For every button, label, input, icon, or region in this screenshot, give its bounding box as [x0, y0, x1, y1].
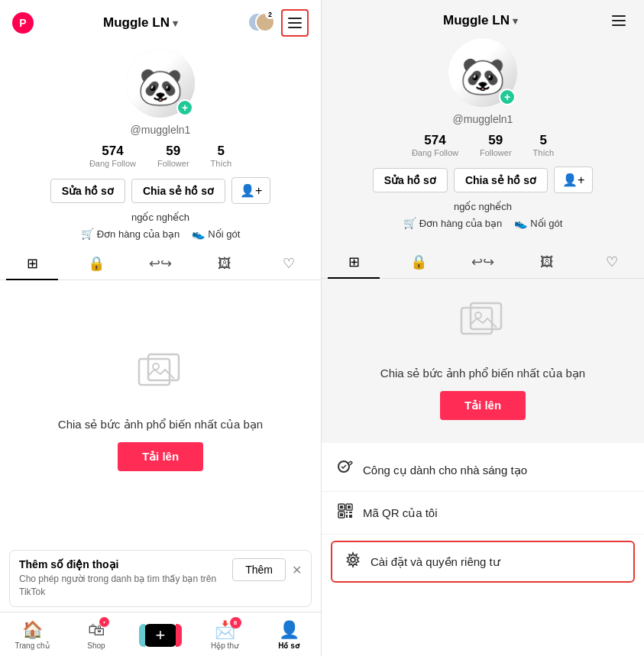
- profile-links: 🛒 Đơn hàng của bạn 👟 Nối gót: [81, 228, 241, 240]
- likes-label: Thích: [211, 159, 232, 168]
- right-upload-button[interactable]: Tải lên: [440, 391, 526, 420]
- menu-lines-icon: [288, 18, 302, 28]
- orders-link[interactable]: 🛒 Đơn hàng của bạn: [81, 228, 180, 240]
- right-profile-avatar: 🐼 +: [448, 38, 517, 107]
- svg-rect-12: [340, 513, 343, 516]
- right-profile-stats: 574 Đang Follow 59 Follower 5 Thích: [412, 133, 554, 157]
- phone-card-text: Thêm số điện thoại Cho phép người trong …: [19, 558, 226, 599]
- right-avatar-emoji: 🐼: [460, 58, 506, 95]
- nav-home[interactable]: 🏠 Trang chủ: [0, 617, 64, 653]
- upload-button[interactable]: Tải lên: [118, 442, 203, 471]
- profile-avatar: 🐼 +: [126, 49, 195, 118]
- shop-icon: 🛍 •: [88, 620, 105, 640]
- right-likes-count: 5: [540, 133, 547, 148]
- right-edit-profile-button[interactable]: Sửa hồ sơ: [373, 168, 448, 192]
- svg-rect-15: [346, 515, 348, 518]
- svg-point-2: [153, 364, 159, 370]
- right-orders-icon: 🛒: [403, 217, 416, 229]
- add-friend-button[interactable]: 👤+: [231, 177, 270, 204]
- close-card-button[interactable]: ✕: [292, 563, 302, 577]
- svg-rect-16: [349, 515, 352, 518]
- plus-icon: +: [156, 625, 166, 645]
- tab-gallery[interactable]: 🖼: [193, 247, 257, 280]
- svg-point-5: [475, 312, 481, 318]
- nav-inbox[interactable]: 📩 8 Hộp thư: [193, 617, 257, 653]
- qr-icon: [337, 503, 354, 523]
- right-tab-heart[interactable]: ♡: [580, 246, 644, 278]
- nav-home-label: Trang chủ: [15, 641, 49, 650]
- phone-card-desc: Cho phép người trong danh bạ tìm thấy bạ…: [19, 573, 226, 599]
- following-label: Đang Follow: [89, 159, 136, 168]
- right-profile-links: 🛒 Đơn hàng của bạn 👟 Nối gót: [403, 217, 563, 229]
- right-stat-likes[interactable]: 5 Thích: [533, 133, 555, 157]
- right-noi-got-link[interactable]: 👟 Nối gót: [514, 217, 562, 229]
- right-empty-state: Chia sẻ bức ảnh phổ biến nhất của bạn Tả…: [322, 279, 644, 443]
- svg-point-17: [351, 557, 355, 562]
- home-icon: 🏠: [22, 620, 43, 640]
- right-tab-repost[interactable]: ↩↪: [451, 246, 515, 278]
- right-add-friend-badge[interactable]: +: [499, 89, 516, 105]
- left-profile-section: 🐼 + @muggleln1 574 Đang Follow 59 Follow…: [0, 43, 321, 247]
- left-panel: P Muggle LN ▾ 2 �: [0, 0, 322, 656]
- add-friend-badge[interactable]: +: [176, 99, 193, 116]
- left-empty-state: Chia sẻ bức ảnh phổ biến nhất của bạn Tả…: [0, 280, 321, 544]
- profile-buttons: Sửa hồ sơ Chia sẻ hồ sơ 👤+: [50, 177, 271, 204]
- qr-label: Mã QR của tôi: [363, 506, 438, 520]
- svg-rect-10: [340, 506, 343, 509]
- left-chevron-icon: ▾: [173, 18, 178, 29]
- right-tab-lock[interactable]: 🔒: [386, 246, 450, 278]
- profile-handle: @muggleln1: [131, 124, 191, 136]
- inbox-icon: 📩 8: [215, 620, 235, 640]
- phone-card: Thêm số điện thoại Cho phép người trong …: [9, 550, 312, 607]
- creator-tools-icon: [337, 460, 354, 480]
- avatar-emoji: 🐼: [138, 69, 183, 105]
- right-noi-got-icon: 👟: [514, 217, 527, 229]
- menu-item-creator-tools[interactable]: Công cụ dành cho nhà sáng tạo: [322, 449, 644, 492]
- right-followers-label: Follower: [480, 148, 512, 157]
- tab-grid[interactable]: ⊞: [0, 247, 64, 280]
- nav-shop-label: Shop: [87, 641, 105, 650]
- right-orders-link[interactable]: 🛒 Đơn hàng của bạn: [403, 217, 503, 229]
- left-username-text: Muggle LN: [103, 15, 170, 31]
- right-tab-gallery[interactable]: 🖼: [515, 246, 579, 278]
- likes-count: 5: [218, 144, 225, 159]
- noi-got-link[interactable]: 👟 Nối gót: [192, 228, 240, 240]
- menu-button[interactable]: [281, 9, 309, 37]
- menu-item-qr[interactable]: Mã QR của tôi: [322, 492, 644, 535]
- profile-bio: ngốc nghếch: [131, 212, 189, 223]
- right-followers-count: 59: [488, 133, 503, 148]
- stat-following[interactable]: 574 Đang Follow: [89, 144, 136, 168]
- left-header: P Muggle LN ▾ 2: [0, 0, 321, 43]
- left-header-title: Muggle LN ▾: [103, 15, 178, 31]
- right-header-title: Muggle LN ▾: [443, 13, 518, 28]
- nav-shop[interactable]: 🛍 • Shop: [64, 617, 128, 653]
- add-phone-button[interactable]: Thêm: [232, 558, 286, 581]
- edit-profile-button[interactable]: Sửa hồ sơ: [50, 179, 125, 203]
- right-following-label: Đang Follow: [412, 148, 458, 157]
- tab-repost[interactable]: ↩↪: [128, 247, 193, 280]
- svg-rect-14: [349, 512, 352, 513]
- nav-create[interactable]: +: [128, 617, 193, 653]
- right-panel: Muggle LN ▾ 🐼 + @muggleln1 574 Đang Foll…: [322, 0, 644, 656]
- stat-likes[interactable]: 5 Thích: [211, 144, 232, 168]
- right-stat-following[interactable]: 574 Đang Follow: [412, 133, 458, 157]
- stat-followers[interactable]: 59 Follower: [157, 144, 189, 168]
- orders-icon: 🛒: [81, 228, 94, 240]
- right-add-friend-button[interactable]: 👤+: [554, 166, 593, 193]
- nav-profile-label: Hồ sơ: [278, 641, 299, 650]
- tab-heart[interactable]: ♡: [257, 247, 321, 280]
- nav-profile[interactable]: 👤 Hồ sơ: [257, 617, 321, 653]
- svg-rect-13: [346, 512, 348, 513]
- right-likes-label: Thích: [533, 148, 555, 157]
- share-profile-button[interactable]: Chia sẻ hồ sơ: [131, 179, 225, 203]
- empty-title: Chia sẻ bức ảnh phổ biến nhất của bạn: [58, 418, 263, 431]
- create-button[interactable]: +: [144, 624, 177, 647]
- right-menu-lines-icon: [606, 9, 632, 32]
- right-stat-followers[interactable]: 59 Follower: [480, 133, 512, 157]
- right-share-profile-button[interactable]: Chia sẻ hồ sơ: [454, 168, 548, 192]
- right-profile-buttons: Sửa hồ sơ Chia sẻ hồ sơ 👤+: [373, 166, 594, 193]
- tab-lock[interactable]: 🔒: [64, 247, 128, 280]
- menu-item-settings[interactable]: Cài đặt và quyền riêng tư: [331, 541, 635, 583]
- followers-count: 59: [166, 144, 180, 159]
- right-tab-grid[interactable]: ⊞: [322, 246, 386, 278]
